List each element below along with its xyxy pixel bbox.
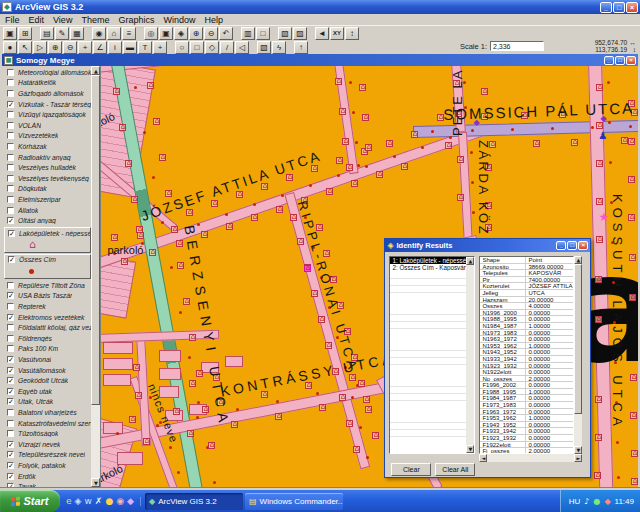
legend-item-22[interactable]: Földalatti kőolaj, gáz vezeték: [2, 322, 93, 333]
legend-item-1[interactable]: Meteorológiai állomások: [2, 67, 93, 78]
menu-file[interactable]: File: [5, 15, 20, 25]
checkbox-checked[interactable]: ✓: [7, 483, 14, 487]
area-of-interest-tool[interactable]: ▧: [257, 41, 271, 54]
draw-point-tool[interactable]: +: [153, 41, 167, 54]
identify-table-scrollbar[interactable]: ▲▼: [574, 256, 582, 454]
legend-item-31[interactable]: Katasztrófavédelmi szervek: [2, 418, 93, 429]
legend-item-26[interactable]: ✓Vasútállomások: [2, 365, 93, 376]
legend-item-6[interactable]: VOLÁN: [2, 120, 93, 131]
legend-item-30[interactable]: Balatoni viharjelzés: [2, 407, 93, 418]
checkbox-unchecked[interactable]: [7, 282, 14, 289]
checkbox-checked[interactable]: ✓: [7, 356, 14, 363]
checkbox-unchecked[interactable]: [7, 409, 14, 416]
checkbox-checked[interactable]: ✓: [7, 441, 14, 448]
checkbox-unchecked[interactable]: [7, 430, 14, 437]
legend-item-9[interactable]: Radioaktív anyag: [2, 152, 93, 163]
language-indicator[interactable]: HU: [569, 497, 581, 506]
legend-item-14[interactable]: Állatok: [2, 205, 93, 216]
minimize-button[interactable]: _: [600, 2, 612, 13]
table-scroll-thumb[interactable]: [574, 264, 582, 414]
checkbox-unchecked[interactable]: [7, 111, 14, 118]
checkbox-unchecked[interactable]: [7, 122, 14, 129]
draw-rectangle-tool[interactable]: □: [190, 41, 204, 54]
zoom-full-extent-button[interactable]: ◎: [144, 27, 158, 40]
legend-item-25[interactable]: ✓Vasútvonal: [2, 354, 93, 365]
legend-item-34[interactable]: ✓Településrészek nevei: [2, 450, 93, 461]
legend-item-29[interactable]: ✓Utak, Utcák: [2, 397, 93, 408]
quicklaunch-excel-icon[interactable]: ✗: [95, 497, 103, 506]
zoom-active-theme-button[interactable]: ▣: [159, 27, 173, 40]
checkbox-checked[interactable]: ✓: [7, 462, 14, 469]
checkbox-checked[interactable]: ✓: [7, 377, 14, 384]
scroll-up-button[interactable]: ▲: [91, 66, 100, 75]
xy-button[interactable]: XY: [330, 27, 344, 40]
pointer-tool[interactable]: ↖: [18, 41, 32, 54]
legend-active-theme[interactable]: ✓Összes Cím: [4, 254, 91, 280]
checkbox-checked[interactable]: ✓: [7, 398, 14, 405]
tray-volume-icon[interactable]: ♪: [584, 497, 589, 506]
theme-properties-button[interactable]: ▤: [40, 27, 54, 40]
view-maximize-button[interactable]: □: [615, 56, 625, 65]
legend-item-37[interactable]: ✓Tavak: [2, 481, 93, 487]
previous-extent-button[interactable]: ◄: [315, 27, 329, 40]
legend-item-8[interactable]: Kórházak: [2, 141, 93, 152]
checkbox-unchecked[interactable]: [7, 303, 14, 310]
checkbox-unchecked[interactable]: [7, 175, 14, 182]
draw-circle-tool[interactable]: ○: [175, 41, 189, 54]
identify-result-item[interactable]: 1: Lakóépületek - népesség - K: [390, 257, 468, 264]
map-canvas[interactable]: a⌂⌂⌂⌂⌂⌂⌂⌂⌂⌂⌂⌂⌂⌂⌂⌂⌂⌂⌂⌂⌂⌂⌂⌂⌂⌂⌂⌂⌂⌂⌂⌂⌂⌂⌂⌂⌂⌂⌂…: [101, 66, 638, 487]
legend-item-5[interactable]: Vízügyi igazgatóságok: [2, 109, 93, 120]
text-tool[interactable]: T: [138, 41, 152, 54]
clear-all-button[interactable]: Clear All: [435, 463, 475, 476]
vertex-edit-tool[interactable]: ▷: [33, 41, 47, 54]
checkbox-checked[interactable]: ✓: [8, 256, 15, 263]
checkbox-unchecked[interactable]: [7, 420, 14, 427]
close-button[interactable]: ×: [626, 2, 638, 13]
checkbox-checked[interactable]: ✓: [7, 473, 14, 480]
zoom-in-tool[interactable]: ⊕: [48, 41, 62, 54]
legend-item-27[interactable]: ✓Geokódolt Utcák: [2, 375, 93, 386]
draw-line-tool[interactable]: /: [220, 41, 234, 54]
edit-legend-button[interactable]: ✎: [55, 27, 69, 40]
draw-polyline-tool[interactable]: ◁: [235, 41, 249, 54]
identify-results-list[interactable]: 1: Lakóépületek - népesség - K2: Összes …: [389, 256, 475, 454]
zoom-previous-button[interactable]: ↶: [219, 27, 233, 40]
menu-window[interactable]: Window: [163, 15, 195, 25]
maximize-button[interactable]: □: [613, 2, 625, 13]
zoom-out-tool[interactable]: ⊖: [63, 41, 77, 54]
legend-item-21[interactable]: ✓Elektromos vezetékek: [2, 312, 93, 323]
scale-input[interactable]: 2,336: [490, 41, 544, 51]
start-button[interactable]: Start: [0, 490, 60, 512]
legend-item-4[interactable]: ✓Vízkutak - Taszár térség: [2, 99, 93, 110]
checkbox-unchecked[interactable]: [7, 90, 14, 97]
find-button[interactable]: ◉: [92, 27, 106, 40]
legend-item-13[interactable]: Élelmiszeripar: [2, 194, 93, 205]
identify-minimize-button[interactable]: _: [556, 241, 566, 250]
checkbox-checked[interactable]: ✓: [7, 101, 14, 108]
scroll-up-button[interactable]: ▲: [466, 257, 474, 265]
legend-item-2[interactable]: Határátkelők: [2, 78, 93, 89]
charts-button[interactable]: ▧: [278, 27, 292, 40]
legend-item-24[interactable]: Paks 100 Km: [2, 344, 93, 355]
checkbox-unchecked[interactable]: [7, 69, 14, 76]
scroll-down-button[interactable]: ▼: [574, 446, 582, 454]
legend-item-35[interactable]: ✓Folyók, patakok: [2, 460, 93, 471]
scroll-down-button[interactable]: ▼: [466, 445, 474, 453]
checkbox-unchecked[interactable]: [7, 185, 14, 192]
view-close-button[interactable]: ×: [626, 56, 636, 65]
save-project-button[interactable]: ▣: [3, 27, 17, 40]
select-feature-tool[interactable]: ▬: [123, 41, 137, 54]
checkbox-unchecked[interactable]: [7, 345, 14, 352]
zoom-in-button[interactable]: ⊕: [189, 27, 203, 40]
pan-tool[interactable]: +: [78, 41, 92, 54]
layout-button[interactable]: ▨: [293, 27, 307, 40]
clear-selection-button[interactable]: □: [256, 27, 270, 40]
checkbox-checked[interactable]: ✓: [7, 367, 14, 374]
open-theme-table-button[interactable]: ▦: [70, 27, 84, 40]
query-builder-button[interactable]: ≡: [122, 27, 136, 40]
checkbox-checked[interactable]: ✓: [8, 230, 15, 237]
legend-item-36[interactable]: ✓Erdők: [2, 471, 93, 482]
menu-help[interactable]: Help: [204, 15, 223, 25]
view-minimize-button[interactable]: _: [604, 56, 614, 65]
legend-item-17[interactable]: ✓Összes Cím: [5, 255, 90, 266]
